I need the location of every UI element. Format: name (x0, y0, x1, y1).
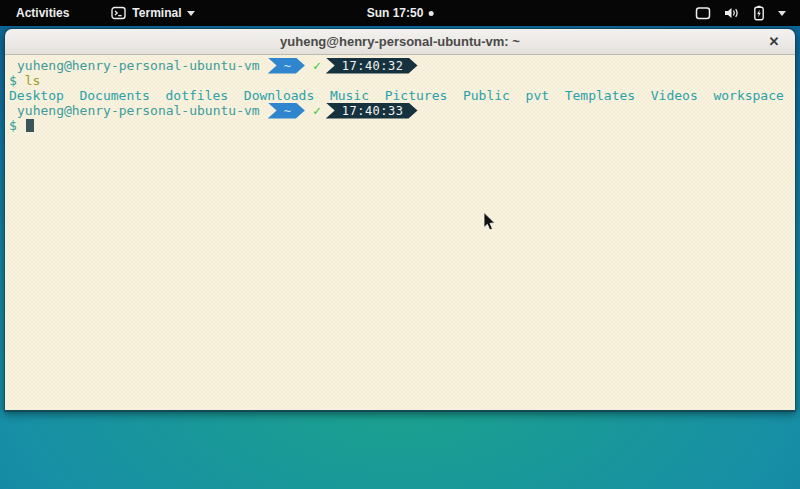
top-bar: Activities Terminal Sun 17:50 (0, 0, 800, 26)
powerline-time-segment: 17:40:33 (326, 103, 418, 119)
powerline-time-segment: 17:40:32 (326, 58, 418, 74)
ls-output: Desktop Documents dotfiles Downloads Mus… (9, 88, 784, 103)
status-check-icon: ✓ (313, 58, 321, 73)
terminal-window: yuheng@henry-personal-ubuntu-vm: ~ ✕ yuh… (4, 28, 796, 412)
chevron-down-icon (778, 11, 786, 16)
powerline-path-segment: ~ (268, 103, 305, 119)
prompt-line: yuheng@henry-personal-ubuntu-vm ~ ✓ 17:4… (9, 58, 795, 73)
display-icon (695, 6, 711, 20)
terminal-app-icon (111, 6, 126, 20)
app-menu-label: Terminal (132, 6, 181, 20)
notification-dot (428, 11, 433, 16)
ls-output-line: Desktop Documents dotfiles Downloads Mus… (9, 88, 795, 103)
terminal-content[interactable]: yuheng@henry-personal-ubuntu-vm ~ ✓ 17:4… (5, 55, 795, 410)
prompt-sigil: $ (9, 73, 17, 88)
battery-charging-icon (753, 5, 765, 21)
window-titlebar[interactable]: yuheng@henry-personal-ubuntu-vm: ~ ✕ (5, 29, 795, 55)
window-title: yuheng@henry-personal-ubuntu-vm: ~ (280, 34, 520, 49)
text-cursor (26, 119, 34, 132)
spacer (17, 118, 25, 133)
prompt-line: yuheng@henry-personal-ubuntu-vm ~ ✓ 17:4… (9, 103, 795, 118)
clock-label: Sun 17:50 (367, 6, 424, 20)
command-line: $ ls (9, 73, 795, 88)
volume-icon (724, 6, 740, 20)
desktop: Activities Terminal Sun 17:50 (0, 0, 800, 489)
chevron-down-icon (187, 11, 195, 16)
prompt-sigil: $ (9, 118, 17, 133)
powerline-path-segment: ~ (268, 58, 305, 74)
close-button[interactable]: ✕ (765, 33, 783, 51)
system-tray[interactable] (689, 0, 792, 26)
command-text: ls (17, 73, 40, 88)
clock-button[interactable]: Sun 17:50 (359, 0, 442, 26)
status-check-icon: ✓ (313, 103, 321, 118)
prompt-user: yuheng@henry-personal-ubuntu-vm (17, 103, 260, 118)
command-line: $ (9, 118, 795, 133)
activities-button[interactable]: Activities (10, 4, 75, 22)
prompt-user: yuheng@henry-personal-ubuntu-vm (17, 58, 260, 73)
app-menu-terminal[interactable]: Terminal (105, 4, 201, 22)
